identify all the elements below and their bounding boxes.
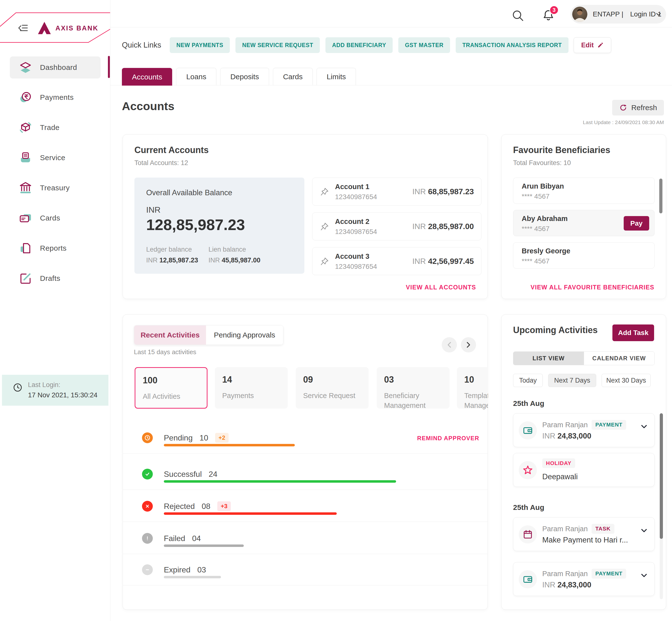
payment-badge: PAYMENT <box>592 420 626 430</box>
summary-count: 03 <box>384 374 394 385</box>
beneficiary-row[interactable]: Bresly George **** 4567 <box>513 242 655 268</box>
page-title: Accounts <box>122 99 174 113</box>
tab-limits[interactable]: Limits <box>317 68 356 85</box>
pin-icon[interactable] <box>320 222 329 231</box>
account-balance: INR 68,85,987.23 <box>412 187 474 196</box>
holiday-badge: HOLIDAY <box>542 458 575 468</box>
sidebar-item-cards[interactable]: Cards <box>0 207 110 229</box>
beneficiary-name: Aby Abraham <box>522 215 568 223</box>
quick-link-add-beneficiary[interactable]: ADD BENEFICIARY <box>326 37 393 53</box>
refresh-button[interactable]: Refresh <box>612 100 664 116</box>
account-row[interactable]: Account 2 12340987654 INR 28,85,987.00 <box>312 212 481 240</box>
pay-button[interactable]: Pay <box>624 216 649 231</box>
filter-next-7-days[interactable]: Next 7 Days <box>548 374 596 387</box>
expand-chevron-icon[interactable] <box>640 423 648 431</box>
quick-link-new-payments[interactable]: NEW PAYMENTS <box>170 37 230 53</box>
sidebar-item-service[interactable]: Service <box>0 147 110 169</box>
lien-balance-label: Lien balance <box>208 246 246 253</box>
item-header: Param Ranjan TASK <box>542 524 614 534</box>
quick-link-new-service-request[interactable]: NEW SERVICE REQUEST <box>236 37 320 53</box>
rejected-status-icon <box>142 501 153 511</box>
row-divider <box>123 490 488 490</box>
sidebar-item-trade[interactable]: Trade <box>0 117 110 138</box>
successful-status-icon <box>142 469 153 480</box>
calendar-icon <box>522 529 533 540</box>
tab-accounts[interactable]: Accounts <box>122 68 172 86</box>
upcoming-task-card[interactable]: Param Ranjan TASK Make Payment to Hari r… <box>513 517 655 551</box>
upcoming-payment-card[interactable]: Param Ranjan PAYMENT INR 24,83,000 <box>513 562 655 596</box>
account-row[interactable]: Account 1 12340987654 INR 68,85,987.23 <box>312 177 481 206</box>
tab-deposits[interactable]: Deposits <box>220 68 269 85</box>
summary-card-all-activities[interactable]: 100 All Activities <box>135 367 208 409</box>
edit-quick-links-button[interactable]: Edit <box>574 37 611 53</box>
add-task-button[interactable]: Add Task <box>613 325 654 341</box>
summary-card-service-request[interactable]: 09 Service Request <box>296 367 369 409</box>
remind-approver-link[interactable]: REMIND APPROVER <box>417 435 479 442</box>
summary-card-template-management[interactable]: 10 Template Management <box>457 367 488 409</box>
item-header: HOLIDAY <box>542 460 575 466</box>
pin-icon[interactable] <box>320 257 329 266</box>
sidebar-item-payments[interactable]: Payments <box>0 86 110 109</box>
summary-count: 14 <box>222 374 232 385</box>
calendar-view-toggle[interactable]: CALENDAR VIEW <box>584 352 655 365</box>
summary-card-beneficiary-management[interactable]: 03 Beneficiary Management <box>377 367 450 409</box>
favourites-scrollbar-thumb[interactable] <box>659 178 663 213</box>
carousel-prev-button[interactable] <box>442 337 457 353</box>
failed-status-row: Failed 04 <box>164 534 201 543</box>
activities-tab-switch: Recent Activities Pending Approvals <box>134 325 283 345</box>
upcoming-holiday-card[interactable]: HOLIDAY Deepawali <box>513 453 655 487</box>
sidebar-item-reports[interactable]: Reports <box>0 237 110 259</box>
sidebar-item-treasury[interactable]: Treasury <box>0 177 110 199</box>
avatar <box>572 7 587 22</box>
clock-icon <box>13 383 23 392</box>
upcoming-scrollbar-thumb[interactable] <box>660 413 663 539</box>
lien-amount: 45,85,987.00 <box>222 256 260 264</box>
last-login-value: 17 Nov 2021, 15:30:24 <box>28 391 97 399</box>
tab-cards[interactable]: Cards <box>273 68 313 85</box>
expand-chevron-icon[interactable] <box>640 527 648 535</box>
carousel-next-button[interactable] <box>461 337 476 353</box>
view-all-favourites-link[interactable]: VIEW ALL FAVOURITE BENEFICIARIES <box>531 284 654 291</box>
status-delta-badge: +3 <box>217 501 231 511</box>
pin-icon[interactable] <box>320 187 329 197</box>
tab-pending-approvals[interactable]: Pending Approvals <box>206 326 283 344</box>
account-balance: INR 28,85,987.00 <box>412 222 474 231</box>
account-row[interactable]: Account 3 12340987654 INR 42,56,997.45 <box>312 247 481 275</box>
quick-link-gst-master[interactable]: GST MASTER <box>398 37 450 53</box>
status-count: 04 <box>192 534 201 543</box>
filter-next-30-days[interactable]: Next 30 Days <box>602 374 650 387</box>
expired-status-row: Expired 03 <box>164 565 206 574</box>
sidebar-item-label: Service <box>40 154 66 162</box>
summary-card-payments[interactable]: 14 Payments <box>215 367 288 409</box>
search-icon[interactable] <box>512 9 524 22</box>
brand-logo[interactable]: AXIS BANK <box>37 20 98 36</box>
profile-chevron-down-icon[interactable] <box>655 12 662 17</box>
overall-balance-amount: 128,85,987.23 <box>146 216 245 234</box>
sidebar-collapse-icon[interactable] <box>18 23 29 33</box>
beneficiary-row[interactable]: Arun Bibyan **** 4567 <box>513 177 655 204</box>
upcoming-payment-card[interactable]: Param Ranjan PAYMENT INR 24,83,000 <box>513 413 655 447</box>
status-count: 10 <box>199 433 208 443</box>
pending-status-row: Pending 10 +2 <box>164 433 228 442</box>
clock-icon <box>144 434 151 441</box>
tab-recent-activities[interactable]: Recent Activities <box>134 326 206 344</box>
beneficiary-row[interactable]: Aby Abraham **** 4567 Pay <box>513 210 655 236</box>
successful-progress-bar <box>164 480 396 483</box>
profile-menu[interactable]: ENTAPP | Login ID 1 <box>571 5 666 24</box>
account-number: 12340987654 <box>335 228 377 236</box>
expired-status-icon <box>142 564 153 575</box>
filter-today[interactable]: Today <box>513 374 543 387</box>
reports-icon <box>18 241 32 255</box>
account-number: 12340987654 <box>335 263 377 271</box>
trade-icon <box>18 121 32 134</box>
list-view-toggle[interactable]: LIST VIEW <box>513 352 584 365</box>
quick-link-transaction-analysis-report[interactable]: TRANSACTION ANALYSIS REPORT <box>456 37 569 53</box>
view-all-accounts-link[interactable]: VIEW ALL ACCOUNTS <box>406 284 476 291</box>
tab-loans[interactable]: Loans <box>176 68 216 85</box>
sidebar-item-drafts[interactable]: Drafts <box>0 267 110 289</box>
item-person: Param Ranjan <box>542 421 588 429</box>
sidebar-item-dashboard[interactable]: Dashboard <box>0 56 110 79</box>
lien-balance-value: INR 45,85,987.00 <box>208 256 260 264</box>
overall-balance-box: Overall Available Balance INR 128,85,987… <box>134 177 304 274</box>
expand-chevron-icon[interactable] <box>640 572 648 580</box>
